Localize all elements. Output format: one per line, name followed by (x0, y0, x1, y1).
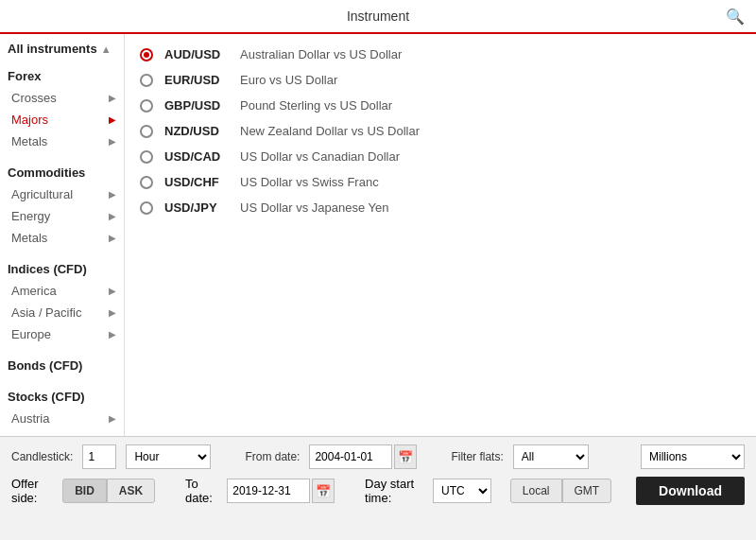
austria-arrow: ▶ (109, 413, 116, 424)
filter-flats-select[interactable]: All On Off (513, 444, 589, 469)
bottom-bar: Candlestick: Hour Minute Day Week From d… (0, 436, 756, 540)
table-row[interactable]: USD/CHF US Dollar vs Swiss Franc (140, 169, 741, 195)
sidebar-item-commodities-metals[interactable]: Metals ▶ (0, 227, 124, 249)
instrument-code: EUR/USD (164, 73, 240, 87)
instrument-desc: US Dollar vs Swiss Franc (240, 175, 379, 189)
instrument-desc: Australian Dollar vs US Dollar (240, 47, 402, 61)
from-date-calendar-button[interactable]: 📅 (394, 444, 417, 469)
table-row[interactable]: AUD/USD Australian Dollar vs US Dollar (140, 42, 741, 67)
to-date-calendar-button[interactable]: 📅 (312, 479, 335, 503)
candlestick-label: Candlestick: (11, 450, 73, 463)
instrument-desc: New Zealand Dollar vs US Dollar (240, 124, 420, 138)
to-date-wrap: 📅 (227, 479, 335, 503)
day-start-time-select[interactable]: UTC Local GMT (433, 479, 491, 503)
offer-side-label: Offer side: (11, 477, 53, 505)
to-date-input[interactable] (227, 479, 310, 503)
table-row[interactable]: GBP/USD Pound Sterling vs US Dollar (140, 93, 741, 118)
sidebar-item-majors[interactable]: Majors ▶ (0, 109, 124, 131)
radio-nzdusd[interactable] (140, 125, 153, 138)
header-title: Instrument (347, 9, 409, 24)
sidebar-item-america[interactable]: America ▶ (0, 280, 124, 302)
bid-ask-wrap: BID ASK (62, 479, 155, 503)
local-button[interactable]: Local (510, 479, 562, 503)
instrument-desc: US Dollar vs Japanese Yen (240, 200, 389, 215)
search-icon[interactable]: 🔍 (726, 8, 745, 26)
instrument-desc: Pound Sterling vs US Dollar (240, 98, 392, 113)
sidebar-item-forex-metals[interactable]: Metals ▶ (0, 131, 124, 152)
table-row[interactable]: NZD/USD New Zealand Dollar vs US Dollar (140, 118, 741, 144)
crosses-arrow: ▶ (109, 93, 116, 103)
table-row[interactable]: USD/CAD US Dollar vs Canadian Dollar (140, 144, 741, 169)
instrument-content: AUD/USD Australian Dollar vs US Dollar E… (125, 34, 756, 436)
sidebar-section-bonds: Bonds (CFD) (0, 351, 124, 376)
sidebar-section-stocks: Stocks (CFD) (0, 382, 124, 408)
radio-usdcad[interactable] (140, 150, 153, 164)
instrument-code: AUD/USD (164, 47, 240, 61)
sidebar-item-agricultural[interactable]: Agricultural ▶ (0, 183, 124, 205)
candlestick-number-input[interactable] (82, 444, 116, 469)
bid-button[interactable]: BID (62, 479, 107, 503)
candlestick-period-select[interactable]: Hour Minute Day Week (126, 444, 211, 469)
instrument-code: USD/CHF (164, 175, 240, 189)
header: Instrument 🔍 (0, 0, 756, 34)
sidebar-section-indices: Indices (CFD) (0, 254, 124, 280)
all-instruments-caret: ▲ (101, 44, 112, 55)
main-area: All instruments ▲ Forex Crosses ▶ Majors… (0, 34, 756, 436)
sidebar-item-austria[interactable]: Austria ▶ (0, 408, 124, 429)
ask-button[interactable]: ASK (107, 479, 155, 503)
sidebar-item-energy[interactable]: Energy ▶ (0, 205, 124, 227)
to-date-label: To date: (185, 477, 217, 505)
from-date-wrap: 📅 (309, 444, 417, 469)
sidebar-all-instruments[interactable]: All instruments ▲ (0, 34, 124, 61)
radio-eurusd[interactable] (140, 74, 153, 87)
energy-arrow: ▶ (109, 211, 116, 221)
local-gmt-wrap: Local GMT (510, 479, 611, 503)
controls-row-2: Offer side: BID ASK To date: 📅 Day start… (11, 477, 745, 505)
filter-flats-label: Filter flats: (451, 450, 503, 463)
millions-select[interactable]: Millions Thousands Units (641, 444, 745, 469)
instrument-code: USD/JPY (164, 200, 240, 215)
from-date-label: From date: (245, 450, 300, 463)
table-row[interactable]: USD/JPY US Dollar vs Japanese Yen (140, 195, 741, 220)
sidebar: All instruments ▲ Forex Crosses ▶ Majors… (0, 34, 125, 436)
radio-usdjpy[interactable] (140, 201, 153, 215)
sidebar-item-europe[interactable]: Europe ▶ (0, 323, 124, 345)
asia-pacific-arrow: ▶ (109, 307, 116, 318)
majors-arrow: ▶ (109, 114, 116, 125)
from-date-input[interactable] (309, 444, 392, 469)
commodities-metals-arrow: ▶ (109, 233, 116, 243)
download-button[interactable]: Download (636, 477, 745, 505)
instrument-code: USD/CAD (164, 149, 240, 164)
day-start-time-label: Day start time: (365, 477, 423, 505)
instrument-desc: US Dollar vs Canadian Dollar (240, 149, 400, 164)
forex-metals-arrow: ▶ (109, 136, 116, 147)
radio-usdchf[interactable] (140, 176, 153, 189)
instrument-code: GBP/USD (164, 98, 240, 113)
radio-audusd[interactable] (140, 48, 153, 61)
america-arrow: ▶ (109, 286, 116, 296)
gmt-button[interactable]: GMT (562, 479, 612, 503)
sidebar-item-crosses[interactable]: Crosses ▶ (0, 87, 124, 109)
instrument-desc: Euro vs US Dollar (240, 73, 337, 87)
europe-arrow: ▶ (109, 329, 116, 340)
instrument-code: NZD/USD (164, 124, 240, 138)
radio-gbpusd[interactable] (140, 99, 153, 113)
sidebar-section-forex: Forex (0, 61, 124, 87)
instrument-list: AUD/USD Australian Dollar vs US Dollar E… (140, 42, 741, 220)
controls-row-1: Candlestick: Hour Minute Day Week From d… (11, 444, 745, 469)
sidebar-section-commodities: Commodities (0, 158, 124, 183)
agricultural-arrow: ▶ (109, 189, 116, 200)
table-row[interactable]: EUR/USD Euro vs US Dollar (140, 67, 741, 93)
sidebar-item-asia-pacific[interactable]: Asia / Pacific ▶ (0, 302, 124, 323)
